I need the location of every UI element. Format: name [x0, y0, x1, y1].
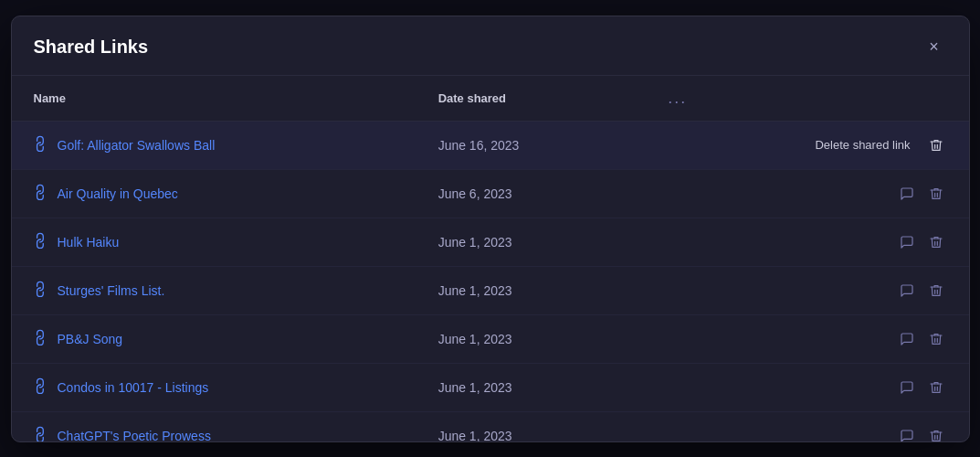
delete-tooltip: Delete shared link [807, 134, 917, 155]
actions-cell [640, 314, 968, 363]
date-cell: June 1, 2023 [416, 266, 641, 314]
actions-cell [640, 169, 968, 218]
trash-icon [929, 283, 943, 298]
modal-title: Shared Links [34, 37, 149, 58]
link-icon [29, 376, 52, 399]
link-icon [29, 133, 52, 156]
delete-button[interactable] [925, 134, 947, 156]
name-cell: Air Quality in Quebec [12, 169, 416, 218]
delete-button[interactable] [925, 328, 947, 350]
date-cell: June 1, 2023 [416, 218, 641, 266]
link-name[interactable]: PB&J Song [58, 332, 123, 346]
table-row: Golf: Alligator Swallows Ball June 16, 2… [12, 121, 969, 169]
actions-column-header[interactable]: ... [640, 76, 968, 122]
link-name[interactable]: Golf: Alligator Swallows Ball [58, 138, 216, 153]
table-row: Sturges' Films List. June 1, 2023 [12, 266, 969, 314]
table-body: Golf: Alligator Swallows Ball June 16, 2… [12, 121, 969, 441]
link-name[interactable]: Condos in 10017 - Listings [58, 380, 209, 395]
chat-icon [900, 235, 914, 250]
chat-button[interactable] [896, 377, 918, 399]
more-options-button[interactable]: ... [662, 87, 692, 110]
chat-button[interactable] [896, 425, 918, 441]
name-cell: ChatGPT's Poetic Prowess [12, 411, 416, 441]
name-cell: Sturges' Films List. [12, 266, 416, 314]
trash-icon [929, 235, 943, 250]
close-button[interactable]: × [922, 35, 947, 60]
table-row: PB&J Song June 1, 2023 [12, 314, 969, 363]
chat-button[interactable] [896, 183, 918, 205]
table-container: Name Date shared ... Golf: Alligator Swa… [12, 76, 969, 441]
chat-button[interactable] [896, 231, 918, 253]
delete-button[interactable] [925, 425, 947, 441]
chat-icon [900, 186, 914, 201]
chat-icon [900, 380, 914, 395]
delete-button[interactable] [925, 183, 947, 205]
link-icon [29, 327, 52, 350]
link-name[interactable]: Hulk Haiku [58, 235, 120, 250]
link-icon [29, 424, 52, 441]
chat-icon [900, 429, 914, 441]
name-column-header: Name [12, 76, 416, 122]
delete-button[interactable] [925, 377, 947, 399]
table-row: Hulk Haiku June 1, 2023 [12, 218, 969, 266]
link-name[interactable]: Air Quality in Quebec [58, 186, 178, 201]
date-cell: June 1, 2023 [416, 314, 641, 363]
name-cell: Condos in 10017 - Listings [12, 363, 416, 411]
link-name[interactable]: Sturges' Films List. [58, 283, 165, 298]
trash-icon [929, 138, 943, 153]
delete-button[interactable] [925, 280, 947, 302]
date-column-header: Date shared [416, 76, 641, 122]
date-cell: June 1, 2023 [416, 411, 641, 441]
chat-button[interactable] [896, 280, 918, 302]
actions-cell [640, 218, 968, 266]
actions-cell [640, 266, 968, 314]
name-cell: Golf: Alligator Swallows Ball [12, 121, 416, 169]
actions-cell [640, 363, 968, 411]
table-header-row: Name Date shared ... [12, 76, 969, 122]
trash-icon [929, 186, 943, 201]
table-row: Condos in 10017 - Listings June 1, 2023 [12, 363, 969, 411]
table-row: ChatGPT's Poetic Prowess June 1, 2023 [12, 411, 969, 441]
trash-icon [929, 380, 943, 395]
actions-cell [640, 411, 968, 441]
chat-icon [900, 283, 914, 298]
actions-cell: Delete shared link [640, 121, 968, 169]
link-icon [29, 182, 52, 205]
modal-header: Shared Links × [12, 16, 969, 76]
delete-button[interactable] [925, 231, 947, 253]
link-icon [29, 279, 52, 302]
link-icon [29, 230, 52, 253]
modal-overlay: Shared Links × Name Date shared ... [0, 0, 980, 457]
table-row: Air Quality in Quebec June 6, 2023 [12, 169, 969, 218]
link-name[interactable]: ChatGPT's Poetic Prowess [58, 429, 211, 441]
chat-icon [900, 332, 914, 346]
trash-icon [929, 429, 943, 441]
shared-links-modal: Shared Links × Name Date shared ... [11, 16, 970, 442]
date-cell: June 1, 2023 [416, 363, 641, 411]
date-cell: June 6, 2023 [416, 169, 641, 218]
shared-links-table: Name Date shared ... Golf: Alligator Swa… [12, 76, 969, 441]
date-cell: June 16, 2023 [416, 121, 641, 169]
name-cell: Hulk Haiku [12, 218, 416, 266]
chat-button[interactable] [896, 328, 918, 350]
trash-icon [929, 332, 943, 346]
name-cell: PB&J Song [12, 314, 416, 363]
